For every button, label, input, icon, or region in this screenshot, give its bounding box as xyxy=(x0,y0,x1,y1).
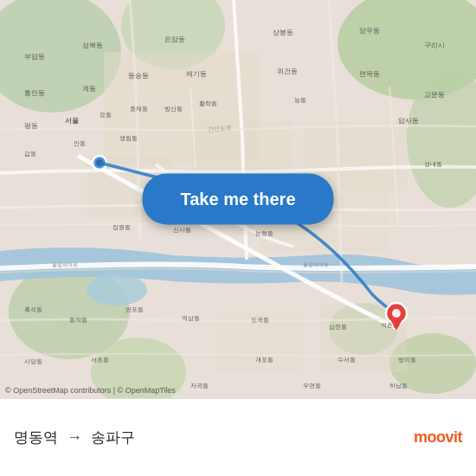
svg-text:망우동: 망우동 xyxy=(359,27,380,35)
svg-text:계동: 계동 xyxy=(82,85,96,93)
origin-label: 명동역 xyxy=(14,428,58,447)
svg-text:서초동: 서초동 xyxy=(91,357,109,363)
svg-text:성내동: 성내동 xyxy=(424,161,442,167)
svg-text:올림픽대로: 올림픽대로 xyxy=(303,262,329,267)
svg-text:흑석동: 흑석동 xyxy=(24,306,42,313)
take-me-there-button[interactable]: Take me there xyxy=(142,174,333,225)
svg-text:우면동: 우면동 xyxy=(303,383,321,389)
svg-text:삼전동: 삼전동 xyxy=(329,324,347,331)
svg-text:서울: 서울 xyxy=(65,117,79,125)
svg-text:올림픽대로: 올림픽대로 xyxy=(52,262,78,267)
svg-text:효제동: 효제동 xyxy=(130,106,148,112)
svg-text:방산동: 방산동 xyxy=(164,106,183,112)
svg-text:하남동: 하남동 xyxy=(389,383,408,389)
svg-text:구리시: 구리시 xyxy=(424,42,445,49)
svg-text:묘동: 묘동 xyxy=(100,112,112,118)
svg-text:도곡동: 도곡동 xyxy=(251,317,269,324)
route-info: 명동역 → 송파구 xyxy=(14,428,414,447)
svg-text:능동: 능동 xyxy=(294,97,306,103)
svg-text:수서동: 수서동 xyxy=(338,357,356,363)
svg-text:신사동: 신사동 xyxy=(173,227,191,233)
svg-text:개포동: 개포동 xyxy=(255,357,273,363)
arrow-icon: → xyxy=(67,428,82,447)
svg-point-9 xyxy=(87,274,147,306)
svg-text:은암동: 은암동 xyxy=(164,35,185,43)
map-attribution: © OpenStreetMap contributors | © OpenMap… xyxy=(5,386,176,395)
svg-text:위건동: 위건동 xyxy=(277,68,298,75)
svg-text:역삼동: 역삼동 xyxy=(182,315,200,322)
svg-text:성북동: 성북동 xyxy=(82,42,103,49)
svg-text:제기동: 제기동 xyxy=(186,70,207,78)
moovit-logo: moovit xyxy=(414,428,462,447)
destination-label: 송파구 xyxy=(91,428,135,447)
moovit-brand-text: moovit xyxy=(414,428,462,447)
svg-text:암사동: 암사동 xyxy=(398,117,419,125)
svg-text:교문동: 교문동 xyxy=(424,91,445,99)
svg-text:자곡동: 자곡동 xyxy=(190,383,209,389)
svg-text:부암동: 부암동 xyxy=(24,53,45,61)
app: 간선도로 올림픽대로 올림픽대로 부암동 성북동 은암동 상봉동 망우동 구리시… xyxy=(0,0,476,476)
svg-text:동작동: 동작동 xyxy=(69,317,87,324)
svg-text:방이동: 방이동 xyxy=(398,357,416,363)
map-container: 간선도로 올림픽대로 올림픽대로 부암동 성북동 은암동 상봉동 망우동 구리시… xyxy=(0,0,476,398)
bottom-bar: 명동역 → 송파구 moovit xyxy=(0,398,476,476)
svg-text:통인동: 통인동 xyxy=(24,89,45,97)
svg-text:사당동: 사당동 xyxy=(24,358,42,364)
svg-text:면목동: 면목동 xyxy=(359,70,380,78)
svg-text:평동: 평동 xyxy=(24,122,38,130)
svg-text:상봉동: 상봉동 xyxy=(273,29,293,36)
svg-point-67 xyxy=(392,309,401,318)
svg-text:갑동: 갑동 xyxy=(24,151,36,158)
svg-text:반포동: 반포동 xyxy=(125,306,144,312)
svg-text:황학동: 황학동 xyxy=(199,100,217,107)
svg-text:잠원동: 잠원동 xyxy=(113,224,131,231)
svg-text:논현동: 논현동 xyxy=(255,230,273,236)
svg-text:동숭동: 동숭동 xyxy=(128,72,149,80)
svg-text:안동: 안동 xyxy=(74,140,86,146)
svg-text:생림동: 생림동 xyxy=(119,135,138,142)
